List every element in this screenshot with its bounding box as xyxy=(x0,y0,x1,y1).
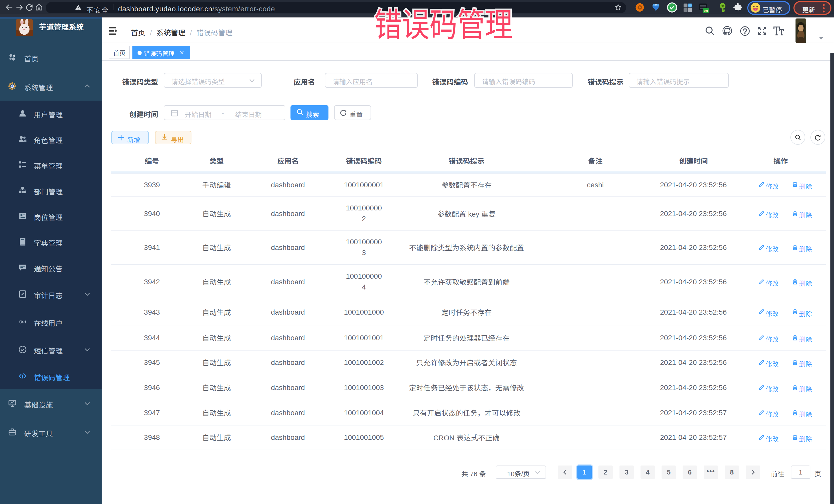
svg-text:on: on xyxy=(704,8,708,12)
